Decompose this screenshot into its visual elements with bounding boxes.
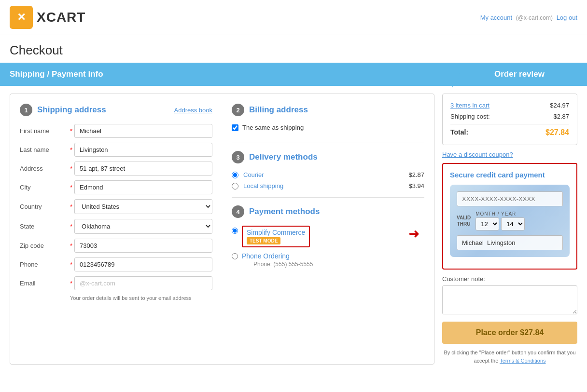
courier-label: Courier [243, 171, 264, 178]
payment-title: Payment methods [249, 207, 320, 216]
country-row: Country * United States [20, 199, 212, 214]
cc-title: Secure credit card payment [450, 171, 570, 179]
first-name-row: First name * [20, 124, 212, 138]
city-row: City * [20, 180, 212, 194]
terms-text: By clicking the "Place order" button you… [442, 349, 577, 365]
logo-text: XCART [37, 10, 85, 25]
address-row: Address * [20, 162, 212, 176]
address-label: Address [20, 165, 68, 172]
courier-radio[interactable] [232, 172, 238, 178]
address-book-link[interactable]: Address book [174, 107, 213, 114]
cc-card: VALIDTHRU MONTH / YEAR 01020304 05060708… [450, 185, 570, 257]
shipping-cost-label: Shipping cost: [450, 113, 490, 120]
local-shipping-radio[interactable] [232, 183, 238, 189]
valid-thru-label: VALIDTHRU [457, 215, 471, 227]
email-label: Email [20, 280, 68, 287]
customer-note-section: Customer note: [442, 275, 577, 316]
billing-section: 2 Billing address The same as shipping [232, 104, 424, 131]
discount-coupon-link[interactable]: Have a discount coupon? [442, 151, 577, 158]
payment-arrow-container: ➜ [404, 226, 424, 242]
left-panel: 1 Shipping address Address book First na… [10, 94, 434, 365]
payment-section: 4 Payment methods Simplify Commerce [232, 205, 424, 268]
simplify-commerce-badge: TEST MODE [247, 237, 280, 244]
account-email: (@x-cart.com) [516, 14, 553, 21]
billing-title: Billing address [249, 105, 308, 115]
cc-cardholder-name-input[interactable] [457, 235, 563, 250]
credit-card-section: Secure credit card payment VALIDTHRU MON… [442, 163, 577, 270]
same-as-shipping-checkbox[interactable] [232, 124, 238, 131]
cc-number-input[interactable] [457, 191, 563, 206]
payment-options: Simplify Commerce TEST MODE Phone Orderi… [232, 226, 404, 268]
email-input[interactable] [74, 276, 212, 290]
local-shipping-label: Local shipping [243, 182, 283, 189]
customer-note-label: Customer note: [442, 275, 577, 283]
payment-methods-row: Simplify Commerce TEST MODE Phone Orderi… [232, 226, 424, 268]
last-name-row: Last name * [20, 143, 212, 157]
first-name-label: First name [20, 127, 68, 135]
zip-input[interactable] [74, 239, 212, 253]
main-content: 1 Shipping address Address book First na… [0, 86, 587, 372]
delivery-header: 3 Delivery methods [232, 151, 424, 163]
delivery-number: 3 [232, 151, 244, 163]
phone-row: Phone * [20, 257, 212, 271]
my-account-link[interactable]: My account [480, 14, 512, 21]
shipping-header: 1 Shipping address Address book [20, 104, 212, 116]
phone-label: Phone [20, 261, 68, 268]
terms-conditions-link[interactable]: Terms & Conditions [500, 358, 545, 364]
state-label: State [20, 223, 68, 230]
same-as-shipping-label: The same as shipping [242, 124, 304, 131]
phone-ordering-sub: Phone: (555) 555-5555 [253, 261, 313, 268]
month-year-header: MONTH / YEAR [475, 211, 525, 216]
phone-ordering-radio[interactable] [232, 253, 238, 259]
first-name-input[interactable] [74, 124, 212, 138]
state-row: State * Oklahoma [20, 219, 212, 234]
phone-input[interactable] [74, 257, 212, 271]
items-in-cart-link[interactable]: 3 items in cart [450, 102, 489, 109]
billing-number: 2 [232, 104, 244, 116]
zip-label: Zip code [20, 242, 68, 249]
country-label: Country [20, 203, 68, 210]
email-row: Email * [20, 276, 212, 290]
delivery-title: Delivery methods [249, 152, 318, 162]
email-note: Your order details will be sent to your … [70, 295, 212, 301]
customer-note-textarea[interactable] [442, 285, 577, 314]
state-select[interactable]: Oklahoma [74, 219, 212, 234]
page-title: Checkout [0, 35, 587, 63]
zip-row: Zip code * [20, 239, 212, 253]
shipping-section: 1 Shipping address Address book First na… [20, 104, 212, 301]
header: ✕ XCART My account (@x-cart.com) Log out [0, 0, 587, 35]
col-left: 1 Shipping address Address book First na… [20, 104, 212, 312]
billing-same-as-shipping: The same as shipping [232, 124, 424, 131]
logo-icon: ✕ [10, 6, 33, 29]
two-column-layout: 1 Shipping address Address book First na… [20, 104, 424, 312]
right-sidebar: 3 items in cart $24.97 Shipping cost: $2… [442, 94, 577, 365]
simplify-commerce-radio[interactable] [232, 228, 238, 234]
country-select[interactable]: United States [74, 199, 212, 214]
city-label: City [20, 184, 68, 191]
cc-year-select[interactable]: 141516 17181920 [501, 217, 525, 230]
delivery-option-local: Local shipping $3.94 [232, 182, 424, 189]
city-input[interactable] [74, 180, 212, 194]
logout-link[interactable]: Log out [557, 14, 577, 21]
address-input[interactable] [74, 162, 212, 176]
order-summary: 3 items in cart $24.97 Shipping cost: $2… [442, 94, 577, 145]
local-shipping-price: $3.94 [408, 182, 424, 189]
payment-arrow-icon: ➜ [408, 226, 419, 242]
simplify-commerce-label: Simplify Commerce [247, 229, 305, 236]
total-row: Total: $27.84 [450, 124, 569, 137]
simplify-commerce-option: Simplify Commerce TEST MODE [232, 226, 404, 247]
last-name-label: Last name [20, 146, 68, 153]
cc-month-select[interactable]: 01020304 05060708 09101112 [475, 217, 499, 230]
step-bar: Shipping / Payment info Order review [0, 63, 587, 86]
payment-number: 4 [232, 205, 244, 218]
phone-ordering-option: Phone Ordering Phone: (555) 555-5555 [232, 252, 404, 268]
cc-expiry-container: VALIDTHRU MONTH / YEAR 01020304 05060708… [457, 211, 563, 230]
last-name-input[interactable] [74, 143, 212, 157]
courier-price: $2.87 [408, 171, 424, 178]
col-right: 2 Billing address The same as shipping 3… [232, 104, 424, 312]
logo: ✕ XCART [10, 6, 85, 29]
cc-selects-row: 01020304 05060708 09101112 141516 171819… [475, 217, 525, 230]
place-order-button[interactable]: Place order $27.84 [442, 322, 577, 344]
total-label: Total: [450, 128, 468, 137]
shipping-title: Shipping address [37, 105, 106, 115]
